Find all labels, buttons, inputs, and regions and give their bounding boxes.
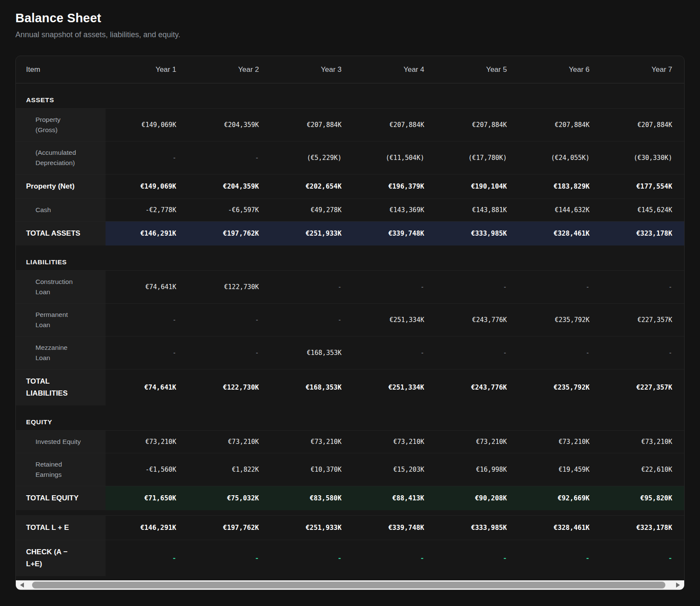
table-header-row: Item Year 1 Year 2 Year 3 Year 4 Year 5 … [16,56,684,83]
row-label: TOTAL L + E [16,516,106,540]
table-row: Property (Net)€149,069K€204,359K€202,654… [16,174,684,198]
column-header-year-7: Year 7 [602,65,684,74]
value-cell: €71,650K [106,487,188,509]
value-cell: - [188,342,271,364]
value-cell: €243,776K [436,309,519,331]
page: Balance Sheet Annual snapshot of assets,… [0,0,700,590]
value-cell: -€2,778K [106,199,188,221]
row-label: Cash [16,199,106,221]
value-cell: €143,369K [353,199,436,221]
value-cell: €74,641K [106,276,188,298]
scroll-left-arrow-icon[interactable] [20,582,24,588]
horizontal-scrollbar[interactable] [16,580,684,590]
value-cell: €339,748K [353,222,436,245]
row-label: CHECK (A − L+E) [16,540,106,576]
column-header-item: Item [16,65,106,74]
scrollbar-thumb[interactable] [32,582,665,588]
column-header-year-6: Year 6 [519,65,601,74]
column-header-year-4: Year 4 [353,65,436,74]
row-label: TOTAL EQUITY [16,486,106,510]
value-cell: €251,933K [271,517,353,539]
value-cell: -€1,560K [106,458,188,481]
table-row: Cash-€2,778K-€6,597K€49,278K€143,369K€14… [16,198,684,221]
value-cell: €323,178K [602,517,684,539]
value-cell: - [353,276,436,298]
value-cell: (€17,780K) [436,147,519,169]
value-cell: - [271,547,353,569]
row-label: Permanent Loan [16,304,106,336]
section-header-label: ASSETS [16,96,684,104]
value-cell: (€24,055K) [519,147,601,169]
value-cell: €197,762K [188,222,271,245]
value-cell: €207,884K [436,114,519,136]
table-bottom-padding [16,576,684,580]
page-title: Balance Sheet [15,11,685,25]
value-cell: €177,554K [602,175,684,198]
value-cell: €149,069K [106,175,188,198]
value-cell: - [519,342,601,364]
value-cell: - [106,547,188,569]
value-cell: - [436,547,519,569]
value-cell: €92,669K [519,487,601,509]
value-cell: €207,884K [602,114,684,136]
value-cell: - [519,547,601,569]
table-row: Construction Loan€74,641K€122,730K----- [16,270,684,303]
table-row: Retained Earnings-€1,560K€1,822K€10,370K… [16,453,684,486]
value-cell: €73,210K [519,431,601,453]
value-cell: €339,748K [353,517,436,539]
value-cell: €251,334K [353,376,436,399]
value-cell: €122,730K [188,376,271,399]
value-cell: €197,762K [188,517,271,539]
value-cell: €73,210K [271,431,353,453]
column-header-year-3: Year 3 [271,65,353,74]
value-cell: €143,881K [436,199,519,221]
table-row: Property (Gross)€149,069K€204,359K€207,8… [16,108,684,141]
value-cell: (€5,229K) [271,147,353,169]
value-cell: €122,730K [188,276,271,298]
row-label: Mezzanine Loan [16,337,106,369]
value-cell: - [436,342,519,364]
row-label: (Accumulated Depreciation) [16,142,106,174]
row-label: TOTAL LIABILITIES [16,370,106,405]
value-cell: €73,210K [602,431,684,453]
value-cell: - [106,147,188,169]
value-cell: €235,792K [519,376,601,399]
value-cell: €90,208K [436,487,519,509]
table-row: (Accumulated Depreciation)--(€5,229K)(€1… [16,141,684,174]
table-body: ASSETSProperty (Gross)€149,069K€204,359K… [16,83,684,576]
value-cell: €207,884K [271,114,353,136]
scroll-right-arrow-icon[interactable] [676,582,680,588]
value-cell: €196,379K [353,175,436,198]
value-cell: €19,459K [519,458,601,481]
table-row: TOTAL ASSETS€146,291K€197,762K€251,933K€… [16,221,684,245]
value-cell: €227,357K [602,309,684,331]
value-cell: €243,776K [436,376,519,399]
value-cell: - [602,547,684,569]
value-cell: €168,353K [271,342,353,364]
value-cell: €145,624K [602,199,684,221]
value-cell: €73,210K [106,431,188,453]
row-label: Construction Loan [16,271,106,303]
value-cell: €15,203K [353,458,436,481]
section-header-label: EQUITY [16,418,684,426]
value-cell: €328,461K [519,222,601,245]
value-cell: €75,032K [188,487,271,509]
table-row: ASSETS [16,83,684,108]
value-cell: (€11,504K) [353,147,436,169]
value-cell: €146,291K [106,222,188,245]
value-cell: - [188,309,271,331]
table-row: TOTAL L + E€146,291K€197,762K€251,933K€3… [16,515,684,540]
value-cell: €183,829K [519,175,601,198]
value-cell: -€6,597K [188,199,271,221]
value-cell: €251,933K [271,222,353,245]
value-cell: €202,654K [271,175,353,198]
page-subtitle: Annual snapshot of assets, liabilities, … [15,30,685,39]
column-header-year-2: Year 2 [188,65,271,74]
value-cell: €10,370K [271,458,353,481]
column-header-year-5: Year 5 [436,65,519,74]
value-cell: €190,104K [436,175,519,198]
value-cell: €49,278K [271,199,353,221]
value-cell: €207,884K [519,114,601,136]
value-cell: - [106,309,188,331]
value-cell: - [188,147,271,169]
